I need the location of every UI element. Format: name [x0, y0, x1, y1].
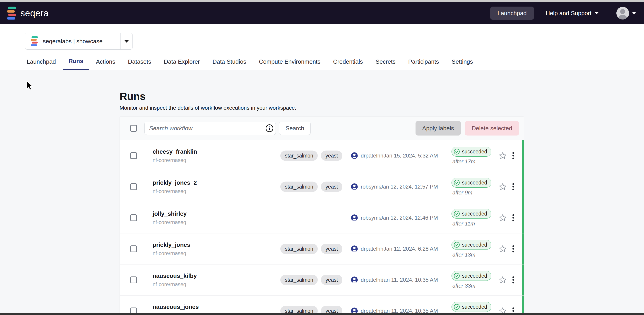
- label-pill[interactable]: star_salmon: [280, 244, 318, 254]
- run-labels: star_salmon yeast: [280, 151, 342, 161]
- label-pill[interactable]: yeast: [321, 151, 342, 161]
- run-repo: nf-core/rnaseq: [152, 281, 197, 287]
- label-pill[interactable]: yeast: [321, 275, 342, 285]
- tab-settings[interactable]: Settings: [446, 53, 478, 70]
- run-row[interactable]: prickly_jones nf-core/rnaseq star_salmon…: [120, 233, 524, 264]
- runs-toolbar: i Search Apply labels Delete selected: [120, 117, 524, 140]
- star-icon[interactable]: [499, 214, 506, 222]
- user-icon: [351, 183, 358, 190]
- tab-compute-environments[interactable]: Compute Environments: [254, 53, 326, 70]
- star-icon[interactable]: [499, 245, 506, 253]
- status-text: succeeded: [462, 242, 487, 248]
- tab-secrets[interactable]: Secrets: [370, 53, 401, 70]
- search-input[interactable]: [145, 122, 263, 135]
- tab-data-studios[interactable]: Data Studios: [207, 53, 252, 70]
- row-checkbox[interactable]: [130, 152, 137, 159]
- top-navbar: seqera Launchpad Help and Support: [0, 2, 644, 24]
- workspace-selector-toggle[interactable]: [121, 33, 132, 49]
- check-circle-icon: [454, 304, 460, 310]
- star-icon[interactable]: [499, 276, 506, 284]
- run-name[interactable]: nauseous_jones: [152, 303, 199, 310]
- runs-table: i Search Apply labels Delete selected ch…: [120, 116, 524, 315]
- check-circle-icon: [454, 273, 460, 279]
- select-all-checkbox[interactable]: [130, 125, 137, 132]
- user-menu[interactable]: [616, 7, 636, 20]
- user-icon: [351, 152, 358, 159]
- tab-actions[interactable]: Actions: [90, 53, 121, 70]
- user-icon: [351, 245, 358, 252]
- screen-bottom-edge: [0, 313, 644, 315]
- status-badge: succeeded: [452, 147, 492, 157]
- run-date: Jan 11, 2024, 10:35 AM: [379, 277, 438, 283]
- help-and-support-menu[interactable]: Help and Support: [546, 10, 599, 17]
- check-circle-icon: [454, 148, 460, 155]
- row-checkbox[interactable]: [130, 183, 137, 190]
- run-row[interactable]: jolly_shirley nf-core/rnaseq robsyme Jan…: [120, 202, 524, 233]
- row-menu-button[interactable]: [511, 275, 516, 285]
- label-pill[interactable]: yeast: [321, 244, 342, 254]
- run-user: robsyme: [351, 183, 382, 190]
- run-labels: star_salmon yeast: [280, 275, 342, 285]
- run-row[interactable]: prickly_jones_2 nf-core/rnaseq star_salm…: [120, 171, 524, 202]
- row-checkbox[interactable]: [130, 245, 137, 252]
- star-icon[interactable]: [499, 152, 506, 160]
- tab-runs[interactable]: Runs: [63, 53, 89, 70]
- status-text: succeeded: [462, 273, 487, 279]
- run-row[interactable]: cheesy_franklin nf-core/rnaseq star_salm…: [120, 140, 524, 171]
- run-name[interactable]: cheesy_franklin: [152, 148, 197, 155]
- run-row[interactable]: nauseous_kilby nf-core/rnaseq star_salmo…: [120, 264, 524, 295]
- info-icon: i: [266, 124, 273, 132]
- row-checkbox[interactable]: [130, 214, 137, 221]
- search-info-button[interactable]: i: [263, 122, 276, 135]
- delete-selected-button[interactable]: Delete selected: [465, 121, 519, 136]
- star-icon[interactable]: [499, 183, 506, 191]
- check-circle-icon: [454, 210, 460, 217]
- status-badge: succeeded: [452, 240, 492, 250]
- user-icon: [351, 214, 358, 221]
- run-duration: after 17m: [452, 158, 475, 165]
- run-date: Jan 12, 2024, 12:46 PM: [379, 215, 438, 221]
- run-labels: star_salmon yeast: [280, 182, 342, 192]
- run-repo: nf-core/rnaseq: [152, 157, 197, 163]
- row-menu-button[interactable]: [511, 182, 516, 192]
- seqera-brand[interactable]: seqera: [7, 7, 49, 20]
- status-text: succeeded: [462, 304, 487, 310]
- tab-launchpad[interactable]: Launchpad: [21, 53, 61, 70]
- run-name-block: prickly_jones nf-core/rnaseq: [152, 241, 190, 256]
- run-name[interactable]: nauseous_kilby: [152, 272, 197, 279]
- run-duration: after 13m: [452, 251, 475, 258]
- brand-name: seqera: [20, 8, 49, 18]
- workspace-logo-icon: [30, 36, 38, 46]
- tab-datasets[interactable]: Datasets: [122, 53, 157, 70]
- tab-credentials[interactable]: Credentials: [328, 53, 368, 70]
- run-name[interactable]: prickly_jones: [152, 241, 190, 248]
- run-name[interactable]: jolly_shirley: [152, 210, 186, 217]
- run-name-block: jolly_shirley nf-core/rnaseq: [152, 210, 186, 225]
- mouse-cursor: [25, 81, 34, 91]
- label-pill[interactable]: star_salmon: [280, 151, 318, 161]
- row-menu-button[interactable]: [511, 244, 516, 254]
- run-name-block: prickly_jones_2 nf-core/rnaseq: [152, 179, 197, 194]
- run-name[interactable]: prickly_jones_2: [152, 179, 197, 186]
- apply-labels-button[interactable]: Apply labels: [416, 121, 461, 136]
- row-menu-button[interactable]: [511, 213, 516, 223]
- run-status-block: succeeded after 13m: [452, 240, 492, 258]
- label-pill[interactable]: star_salmon: [280, 182, 318, 192]
- search-button[interactable]: Search: [279, 122, 311, 135]
- run-date: Jan 12, 2024, 6:28 AM: [379, 246, 438, 252]
- launchpad-button[interactable]: Launchpad: [490, 7, 534, 20]
- run-duration: after 9m: [452, 189, 472, 196]
- row-menu-button[interactable]: [511, 151, 516, 161]
- check-circle-icon: [454, 242, 460, 248]
- status-text: succeeded: [462, 149, 487, 155]
- workspace-selector[interactable]: seqeralabs | showcase: [25, 33, 133, 50]
- status-badge: succeeded: [452, 302, 492, 312]
- run-row[interactable]: nauseous_jones nf-core/rnaseq star_salmo…: [120, 295, 524, 315]
- run-name-block: cheesy_franklin nf-core/rnaseq: [152, 148, 197, 163]
- row-checkbox[interactable]: [130, 276, 137, 283]
- label-pill[interactable]: yeast: [321, 182, 342, 192]
- tab-data-explorer[interactable]: Data Explorer: [158, 53, 206, 70]
- label-pill[interactable]: star_salmon: [280, 275, 318, 285]
- browser-top-edge: [0, 0, 644, 2]
- tab-participants[interactable]: Participants: [403, 53, 444, 70]
